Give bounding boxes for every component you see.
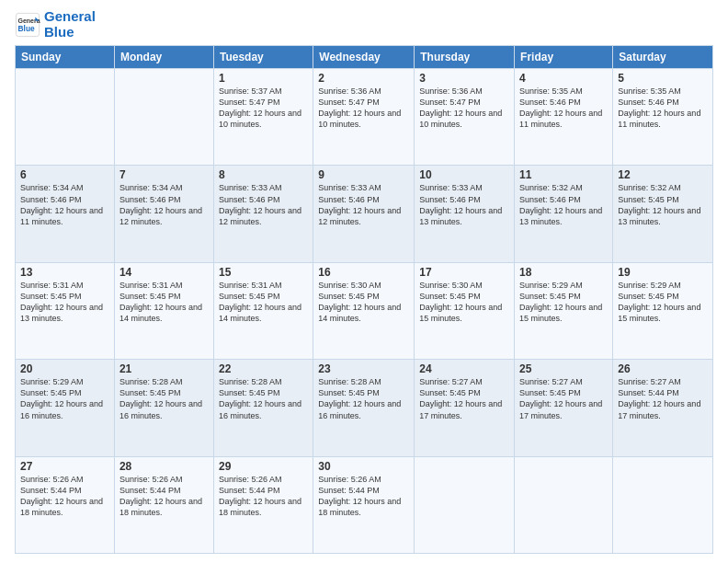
calendar-cell: 2Sunrise: 5:36 AM Sunset: 5:47 PM Daylig… [313, 69, 415, 166]
calendar-cell: 23Sunrise: 5:28 AM Sunset: 5:45 PM Dayli… [313, 360, 415, 456]
day-info: Sunrise: 5:33 AM Sunset: 5:46 PM Dayligh… [219, 182, 308, 227]
day-number: 1 [219, 72, 308, 85]
day-info: Sunrise: 5:36 AM Sunset: 5:47 PM Dayligh… [318, 86, 409, 131]
day-number: 6 [20, 168, 109, 181]
day-number: 19 [618, 266, 708, 279]
calendar-week-row: 20Sunrise: 5:29 AM Sunset: 5:45 PM Dayli… [16, 360, 713, 456]
calendar-cell [613, 456, 713, 553]
day-info: Sunrise: 5:33 AM Sunset: 5:46 PM Dayligh… [419, 182, 509, 227]
day-info: Sunrise: 5:30 AM Sunset: 5:45 PM Dayligh… [419, 280, 509, 325]
calendar-cell: 13Sunrise: 5:31 AM Sunset: 5:45 PM Dayli… [16, 262, 115, 359]
weekday-header-monday: Monday [114, 46, 213, 69]
weekday-header-row: SundayMondayTuesdayWednesdayThursdayFrid… [16, 46, 713, 69]
day-info: Sunrise: 5:29 AM Sunset: 5:45 PM Dayligh… [519, 280, 608, 325]
calendar-cell: 22Sunrise: 5:28 AM Sunset: 5:45 PM Dayli… [213, 360, 313, 456]
day-number: 13 [20, 266, 109, 279]
calendar-cell: 19Sunrise: 5:29 AM Sunset: 5:45 PM Dayli… [613, 262, 713, 359]
day-info: Sunrise: 5:29 AM Sunset: 5:45 PM Dayligh… [618, 280, 708, 325]
weekday-header-sunday: Sunday [16, 46, 115, 69]
calendar-cell: 15Sunrise: 5:31 AM Sunset: 5:45 PM Dayli… [213, 262, 313, 359]
day-info: Sunrise: 5:27 AM Sunset: 5:44 PM Dayligh… [618, 376, 708, 421]
calendar-cell: 24Sunrise: 5:27 AM Sunset: 5:45 PM Dayli… [415, 360, 515, 456]
day-number: 14 [119, 266, 209, 279]
day-number: 22 [219, 362, 308, 375]
calendar-cell: 6Sunrise: 5:34 AM Sunset: 5:46 PM Daylig… [16, 166, 115, 262]
day-number: 27 [20, 460, 109, 473]
day-info: Sunrise: 5:27 AM Sunset: 5:45 PM Dayligh… [419, 376, 509, 421]
calendar-cell: 30Sunrise: 5:26 AM Sunset: 5:44 PM Dayli… [313, 456, 415, 553]
calendar-cell: 21Sunrise: 5:28 AM Sunset: 5:45 PM Dayli… [114, 360, 213, 456]
calendar-cell [415, 456, 515, 553]
day-number: 9 [318, 168, 409, 181]
calendar-cell: 29Sunrise: 5:26 AM Sunset: 5:44 PM Dayli… [213, 456, 313, 553]
calendar-cell: 5Sunrise: 5:35 AM Sunset: 5:46 PM Daylig… [613, 69, 713, 166]
page-header: General Blue General Blue [15, 9, 713, 40]
weekday-header-wednesday: Wednesday [313, 46, 415, 69]
calendar-cell: 11Sunrise: 5:32 AM Sunset: 5:46 PM Dayli… [515, 166, 613, 262]
calendar-cell: 14Sunrise: 5:31 AM Sunset: 5:45 PM Dayli… [114, 262, 213, 359]
day-number: 17 [419, 266, 509, 279]
logo-text2: Blue [44, 25, 96, 40]
weekday-header-tuesday: Tuesday [213, 46, 313, 69]
logo-icon: General Blue [15, 12, 40, 38]
day-info: Sunrise: 5:35 AM Sunset: 5:46 PM Dayligh… [618, 86, 708, 131]
calendar-cell: 3Sunrise: 5:36 AM Sunset: 5:47 PM Daylig… [415, 69, 515, 166]
day-info: Sunrise: 5:28 AM Sunset: 5:45 PM Dayligh… [318, 376, 409, 421]
day-info: Sunrise: 5:32 AM Sunset: 5:46 PM Dayligh… [519, 182, 608, 227]
day-number: 18 [519, 266, 608, 279]
calendar-week-row: 13Sunrise: 5:31 AM Sunset: 5:45 PM Dayli… [16, 262, 713, 359]
day-info: Sunrise: 5:36 AM Sunset: 5:47 PM Dayligh… [419, 86, 509, 131]
calendar-cell [16, 69, 115, 166]
calendar-cell: 18Sunrise: 5:29 AM Sunset: 5:45 PM Dayli… [515, 262, 613, 359]
logo: General Blue General Blue [15, 9, 96, 40]
day-info: Sunrise: 5:34 AM Sunset: 5:46 PM Dayligh… [20, 182, 109, 227]
day-number: 2 [318, 72, 409, 85]
calendar-cell: 9Sunrise: 5:33 AM Sunset: 5:46 PM Daylig… [313, 166, 415, 262]
day-info: Sunrise: 5:34 AM Sunset: 5:46 PM Dayligh… [119, 182, 209, 227]
day-info: Sunrise: 5:37 AM Sunset: 5:47 PM Dayligh… [219, 86, 308, 131]
weekday-header-friday: Friday [515, 46, 613, 69]
day-info: Sunrise: 5:35 AM Sunset: 5:46 PM Dayligh… [519, 86, 608, 131]
day-number: 24 [419, 362, 509, 375]
calendar-cell: 4Sunrise: 5:35 AM Sunset: 5:46 PM Daylig… [515, 69, 613, 166]
calendar-cell: 8Sunrise: 5:33 AM Sunset: 5:46 PM Daylig… [213, 166, 313, 262]
day-info: Sunrise: 5:31 AM Sunset: 5:45 PM Dayligh… [20, 280, 109, 325]
day-number: 5 [618, 72, 708, 85]
svg-text:Blue: Blue [18, 24, 35, 33]
day-number: 30 [318, 460, 409, 473]
calendar-cell: 25Sunrise: 5:27 AM Sunset: 5:45 PM Dayli… [515, 360, 613, 456]
day-number: 26 [618, 362, 708, 375]
calendar-cell: 10Sunrise: 5:33 AM Sunset: 5:46 PM Dayli… [415, 166, 515, 262]
day-number: 4 [519, 72, 608, 85]
logo-text: General [44, 9, 96, 25]
day-info: Sunrise: 5:33 AM Sunset: 5:46 PM Dayligh… [318, 182, 409, 227]
day-info: Sunrise: 5:26 AM Sunset: 5:44 PM Dayligh… [219, 474, 308, 519]
day-number: 12 [618, 168, 708, 181]
day-info: Sunrise: 5:26 AM Sunset: 5:44 PM Dayligh… [119, 474, 209, 519]
calendar-cell: 7Sunrise: 5:34 AM Sunset: 5:46 PM Daylig… [114, 166, 213, 262]
day-number: 10 [419, 168, 509, 181]
day-number: 25 [519, 362, 608, 375]
day-info: Sunrise: 5:32 AM Sunset: 5:45 PM Dayligh… [618, 182, 708, 227]
day-number: 20 [20, 362, 109, 375]
day-number: 16 [318, 266, 409, 279]
day-info: Sunrise: 5:28 AM Sunset: 5:45 PM Dayligh… [119, 376, 209, 421]
calendar-table: SundayMondayTuesdayWednesdayThursdayFrid… [15, 45, 713, 554]
day-number: 21 [119, 362, 209, 375]
calendar-cell [114, 69, 213, 166]
day-number: 7 [119, 168, 209, 181]
day-number: 11 [519, 168, 608, 181]
day-info: Sunrise: 5:26 AM Sunset: 5:44 PM Dayligh… [318, 474, 409, 519]
calendar-cell: 20Sunrise: 5:29 AM Sunset: 5:45 PM Dayli… [16, 360, 115, 456]
calendar-cell: 27Sunrise: 5:26 AM Sunset: 5:44 PM Dayli… [16, 456, 115, 553]
day-info: Sunrise: 5:30 AM Sunset: 5:45 PM Dayligh… [318, 280, 409, 325]
day-number: 15 [219, 266, 308, 279]
calendar-cell: 28Sunrise: 5:26 AM Sunset: 5:44 PM Dayli… [114, 456, 213, 553]
calendar-cell: 17Sunrise: 5:30 AM Sunset: 5:45 PM Dayli… [415, 262, 515, 359]
day-info: Sunrise: 5:27 AM Sunset: 5:45 PM Dayligh… [519, 376, 608, 421]
calendar-week-row: 6Sunrise: 5:34 AM Sunset: 5:46 PM Daylig… [16, 166, 713, 262]
day-info: Sunrise: 5:26 AM Sunset: 5:44 PM Dayligh… [20, 474, 109, 519]
calendar-week-row: 1Sunrise: 5:37 AM Sunset: 5:47 PM Daylig… [16, 69, 713, 166]
day-info: Sunrise: 5:28 AM Sunset: 5:45 PM Dayligh… [219, 376, 308, 421]
calendar-week-row: 27Sunrise: 5:26 AM Sunset: 5:44 PM Dayli… [16, 456, 713, 553]
